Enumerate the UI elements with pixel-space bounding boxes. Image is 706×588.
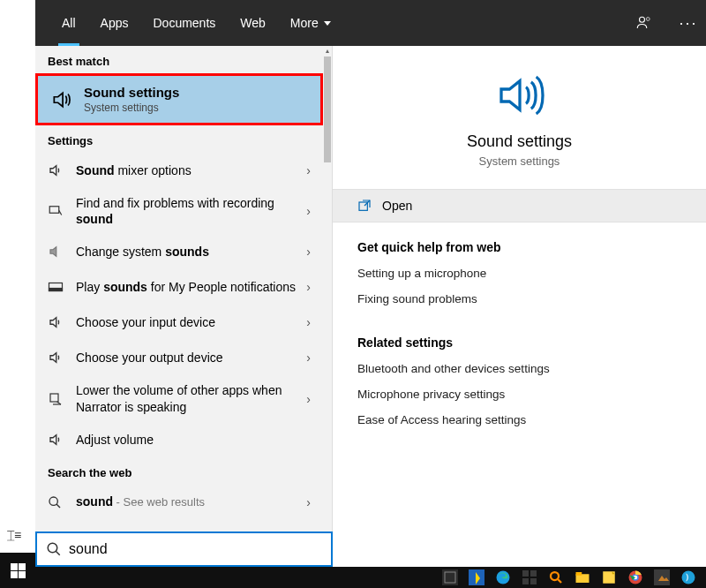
- best-match-title: Sound settings: [84, 85, 179, 100]
- section-settings: Settings: [35, 125, 323, 153]
- svg-rect-16: [530, 578, 537, 584]
- result-label: Choose your input device: [76, 314, 296, 330]
- preview-panel: Sound settings System settings Open Get …: [333, 46, 706, 547]
- start-button[interactable]: [0, 553, 35, 588]
- svg-point-0: [640, 17, 645, 22]
- svg-point-8: [48, 543, 57, 553]
- result-adjust-volume[interactable]: Adjust volume: [35, 422, 323, 457]
- speaker-icon: [48, 432, 65, 448]
- svg-rect-2: [49, 207, 59, 214]
- scrollbar-thumb[interactable]: [324, 57, 331, 162]
- quick-help-heading: Get quick help from web: [357, 240, 681, 254]
- chevron-right-icon[interactable]: ›: [306, 280, 311, 294]
- taskbar-edge-icon[interactable]: [491, 567, 515, 588]
- result-label: Choose your output device: [76, 350, 296, 366]
- open-button[interactable]: Open: [333, 189, 706, 222]
- result-label: Adjust volume: [76, 432, 311, 448]
- search-results-panel: Best match Sound settings System setting…: [35, 46, 333, 547]
- taskbar-app-icon[interactable]: [676, 567, 701, 588]
- taskbar-chrome-icon[interactable]: [623, 567, 648, 588]
- link-bluetooth-settings[interactable]: Bluetooth and other devices settings: [357, 362, 681, 375]
- related-settings-heading: Related settings: [357, 335, 681, 350]
- tab-all[interactable]: All: [49, 0, 88, 46]
- best-match-subtitle: System settings: [84, 102, 179, 114]
- taskbar-icon: [48, 279, 65, 295]
- svg-point-6: [49, 497, 57, 505]
- speaker-mute-icon: [48, 244, 65, 260]
- search-filter-tabs: All Apps Documents Web More ···: [35, 0, 706, 46]
- svg-rect-14: [530, 570, 537, 577]
- tab-documents[interactable]: Documents: [140, 0, 228, 46]
- result-label: Find and fix problems with recording sou…: [76, 195, 296, 227]
- svg-point-17: [551, 572, 559, 580]
- svg-rect-15: [522, 578, 529, 584]
- taskbar-notes-icon[interactable]: [597, 567, 621, 588]
- section-best-match: Best match: [35, 46, 323, 73]
- result-label: Sound mixer options: [76, 162, 296, 178]
- speaker-icon: [48, 162, 65, 178]
- preview-title: Sound settings: [350, 132, 688, 151]
- taskbar-app-icon[interactable]: [438, 567, 462, 588]
- chevron-right-icon[interactable]: ›: [306, 163, 311, 177]
- chevron-right-icon[interactable]: ›: [306, 204, 311, 218]
- chevron-right-icon[interactable]: ›: [306, 245, 311, 259]
- taskbar-app-icon[interactable]: [517, 567, 542, 588]
- section-search-web: Search the web: [35, 457, 323, 485]
- chevron-right-icon[interactable]: ›: [306, 351, 311, 365]
- taskbar-explorer-icon[interactable]: [570, 567, 595, 588]
- narrator-icon: [48, 391, 65, 407]
- scroll-up-icon[interactable]: ▴: [323, 46, 332, 57]
- scrollbar[interactable]: ▴ ▾: [323, 46, 332, 547]
- result-sound-mixer[interactable]: Sound mixer options ›: [35, 153, 323, 188]
- result-input-device[interactable]: Choose your input device ›: [35, 305, 323, 340]
- taskbar-app-icon[interactable]: [464, 567, 489, 588]
- result-fix-recording[interactable]: Find and fix problems with recording sou…: [35, 188, 323, 234]
- result-output-device[interactable]: Choose your output device ›: [35, 340, 323, 375]
- profile-icon[interactable]: [635, 15, 671, 31]
- best-match-result[interactable]: Sound settings System settings: [38, 76, 320, 123]
- svg-rect-4: [49, 289, 63, 291]
- tab-apps[interactable]: Apps: [88, 0, 141, 46]
- chevron-down-icon: [324, 21, 331, 26]
- search-input[interactable]: [69, 541, 322, 557]
- taskbar: [0, 567, 706, 588]
- troubleshoot-icon: [48, 203, 65, 219]
- speaker-icon: [50, 88, 73, 111]
- link-setup-microphone[interactable]: Setting up a microphone: [357, 267, 681, 280]
- chevron-right-icon[interactable]: ›: [306, 392, 311, 406]
- annotation-highlight: Sound settings System settings: [35, 73, 323, 125]
- speaker-icon: [48, 314, 65, 330]
- more-options-icon[interactable]: ···: [671, 14, 706, 33]
- svg-point-1: [646, 18, 650, 21]
- svg-point-25: [682, 571, 695, 584]
- open-label: Open: [382, 199, 412, 213]
- link-mic-privacy[interactable]: Microphone privacy settings: [357, 388, 681, 401]
- left-gutter: ⌶≡: [0, 46, 35, 547]
- search-icon: [48, 495, 65, 509]
- search-box[interactable]: [35, 531, 333, 567]
- result-web-sound[interactable]: sound - See web results ›: [35, 485, 323, 520]
- link-ease-hearing[interactable]: Ease of Access hearing settings: [357, 413, 681, 426]
- result-narrator-volume[interactable]: Lower the volume of other apps when Narr…: [35, 375, 323, 421]
- result-change-sounds[interactable]: Change system sounds ›: [35, 234, 323, 269]
- result-label: Play sounds for My People notifications: [76, 279, 296, 295]
- search-icon: [46, 541, 62, 557]
- tab-more[interactable]: More: [278, 0, 343, 46]
- svg-rect-13: [522, 570, 529, 577]
- svg-rect-19: [576, 572, 582, 576]
- result-label: sound - See web results: [76, 494, 296, 510]
- taskbar-search-icon[interactable]: [544, 567, 568, 588]
- link-fix-sound[interactable]: Fixing sound problems: [357, 292, 681, 305]
- chevron-right-icon[interactable]: ›: [306, 495, 311, 509]
- taskbar-app-icon[interactable]: [650, 567, 674, 588]
- result-mypeople[interactable]: Play sounds for My People notifications …: [35, 269, 323, 305]
- preview-subtitle: System settings: [350, 155, 688, 168]
- tab-web[interactable]: Web: [228, 0, 278, 46]
- text-cursor-icon: ⌶≡: [7, 528, 21, 542]
- speaker-icon: [48, 350, 65, 366]
- result-label: Lower the volume of other apps when Narr…: [76, 382, 296, 414]
- chevron-right-icon[interactable]: ›: [306, 315, 311, 329]
- speaker-large-icon: [350, 71, 688, 120]
- open-icon: [357, 199, 372, 213]
- result-label: Change system sounds: [76, 244, 296, 260]
